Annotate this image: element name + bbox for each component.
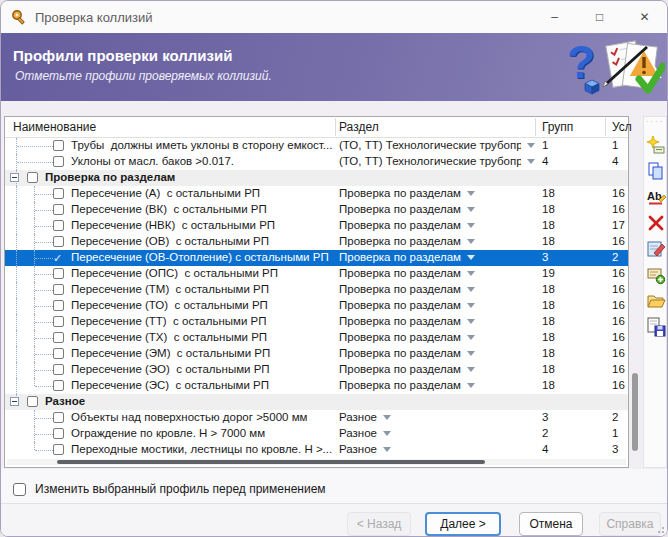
dropdown-arrow-icon[interactable] bbox=[467, 367, 475, 372]
profile-row[interactable]: Пересечение (ОПС) с остальными РППроверк… bbox=[5, 266, 628, 282]
next-button[interactable]: Далее > bbox=[425, 512, 501, 536]
column-header-groups[interactable]: Групп bbox=[542, 120, 573, 134]
help-button[interactable]: Справка bbox=[599, 512, 661, 536]
profile-row[interactable]: Ограждение по кровле. Н > 7000 ммРазное2… bbox=[5, 426, 628, 442]
save-profile-icon[interactable] bbox=[646, 317, 666, 337]
profile-row[interactable]: Пересечение (ТО) с остальными РППроверка… bbox=[5, 298, 628, 314]
section-cell[interactable]: Проверка по разделам bbox=[339, 219, 475, 231]
profile-row[interactable]: Пересечение (ТМ) с остальными РППроверка… bbox=[5, 282, 628, 298]
horizontal-scrollbar[interactable] bbox=[7, 459, 626, 465]
profile-checkbox[interactable] bbox=[53, 156, 64, 167]
section-cell[interactable]: Проверка по разделам bbox=[339, 235, 475, 247]
profile-checkbox[interactable] bbox=[53, 204, 64, 215]
apply-profile-icon[interactable] bbox=[646, 265, 666, 285]
profile-checkbox[interactable] bbox=[53, 316, 64, 327]
expander-minus-icon[interactable] bbox=[10, 397, 19, 406]
section-cell[interactable]: Проверка по разделам bbox=[339, 331, 475, 343]
section-cell[interactable]: Проверка по разделам bbox=[339, 363, 475, 375]
dropdown-arrow-icon[interactable] bbox=[467, 335, 475, 340]
profile-checkbox[interactable] bbox=[53, 188, 64, 199]
profile-checkbox[interactable] bbox=[53, 236, 64, 247]
profile-row[interactable]: Пересечение (А) с остальными РППроверка … bbox=[5, 186, 628, 202]
checkbox-box[interactable] bbox=[13, 483, 26, 496]
profile-checkbox[interactable] bbox=[53, 348, 64, 359]
dropdown-arrow-icon[interactable] bbox=[467, 287, 475, 292]
profile-row[interactable]: Пересечение (ЭО) с остальными РППроверка… bbox=[5, 362, 628, 378]
vertical-scrollbar[interactable] bbox=[631, 117, 639, 467]
section-cell[interactable]: Разное bbox=[339, 411, 391, 423]
column-header-section[interactable]: Раздел bbox=[339, 120, 379, 134]
profile-checkbox[interactable] bbox=[53, 300, 64, 311]
section-cell[interactable]: (ТО, ТТ) Технологические трубопро bbox=[339, 155, 535, 167]
profile-row[interactable]: Пересечение (ТТ) с остальными РППроверка… bbox=[5, 314, 628, 330]
profile-checkbox[interactable] bbox=[53, 444, 64, 455]
dropdown-arrow-icon[interactable] bbox=[467, 255, 475, 260]
edit-profile-icon[interactable] bbox=[646, 239, 666, 259]
column-header-name[interactable]: Наименование bbox=[13, 120, 96, 134]
profile-checkbox[interactable] bbox=[53, 364, 64, 375]
dropdown-arrow-icon[interactable] bbox=[467, 303, 475, 308]
profile-row[interactable]: Переходные мостики, лестницы по кровле. … bbox=[5, 442, 628, 458]
section-cell[interactable]: Проверка по разделам bbox=[339, 267, 475, 279]
dropdown-arrow-icon[interactable] bbox=[467, 351, 475, 356]
dropdown-arrow-icon[interactable] bbox=[527, 159, 535, 164]
profile-checkbox[interactable] bbox=[53, 284, 64, 295]
section-cell[interactable]: Проверка по разделам bbox=[339, 187, 475, 199]
copy-profile-icon[interactable] bbox=[646, 161, 666, 181]
profile-row[interactable]: Пересечение (ВК) с остальными РППроверка… bbox=[5, 202, 628, 218]
profile-row[interactable]: Пересечение (ТХ) с остальными РППроверка… bbox=[5, 330, 628, 346]
vertical-scrollbar-thumb[interactable] bbox=[632, 373, 638, 451]
profile-row[interactable]: Трубы должны иметь уклоны в сторону емко… bbox=[5, 138, 628, 154]
profile-checkbox[interactable] bbox=[53, 268, 64, 279]
profile-checkbox[interactable] bbox=[53, 220, 64, 231]
section-cell[interactable]: Разное bbox=[339, 427, 391, 439]
section-cell[interactable]: Разное bbox=[339, 443, 391, 455]
dropdown-arrow-icon[interactable] bbox=[467, 191, 475, 196]
column-divider[interactable] bbox=[605, 118, 606, 136]
column-header-conds[interactable]: Усл bbox=[612, 120, 632, 134]
profile-checkbox[interactable] bbox=[53, 428, 64, 439]
toolbar-grip[interactable]: ···· bbox=[644, 117, 666, 127]
group-checkbox[interactable] bbox=[27, 172, 38, 183]
dropdown-arrow-icon[interactable] bbox=[467, 239, 475, 244]
section-cell[interactable]: Проверка по разделам bbox=[339, 203, 475, 215]
group-row[interactable]: Проверка по разделам bbox=[5, 170, 628, 186]
dropdown-arrow-icon[interactable] bbox=[467, 223, 475, 228]
dropdown-arrow-icon[interactable] bbox=[467, 383, 475, 388]
dropdown-arrow-icon[interactable] bbox=[527, 143, 535, 148]
titlebar[interactable]: Проверка коллизий – □ ✕ bbox=[1, 1, 667, 33]
expander-minus-icon[interactable] bbox=[10, 173, 19, 182]
dropdown-arrow-icon[interactable] bbox=[383, 447, 391, 452]
section-cell[interactable]: Проверка по разделам bbox=[339, 315, 475, 327]
add-profile-icon[interactable] bbox=[646, 135, 666, 155]
modify-profile-checkbox[interactable]: Изменить выбранный профиль перед примене… bbox=[13, 482, 326, 496]
profile-checkbox[interactable] bbox=[53, 380, 64, 391]
section-cell[interactable]: Проверка по разделам bbox=[339, 283, 475, 295]
profile-row[interactable]: ✓Пересечение (ОВ-Отопление) с остальными… bbox=[5, 250, 628, 266]
profile-row[interactable]: Пересечение (ЭМ) с остальными РППроверка… bbox=[5, 346, 628, 362]
profile-row[interactable]: Объекты над поверхностью дорог >5000 ммР… bbox=[5, 410, 628, 426]
section-cell[interactable]: Проверка по разделам bbox=[339, 299, 475, 311]
profile-checkbox[interactable] bbox=[53, 332, 64, 343]
dropdown-arrow-icon[interactable] bbox=[467, 319, 475, 324]
open-profile-icon[interactable] bbox=[646, 291, 666, 311]
section-cell[interactable]: Проверка по разделам bbox=[339, 379, 475, 391]
profile-row[interactable]: Пересечение (ЭС) с остальными РППроверка… bbox=[5, 378, 628, 394]
back-button[interactable]: < Назад bbox=[347, 512, 411, 536]
dropdown-arrow-icon[interactable] bbox=[467, 207, 475, 212]
maximize-button[interactable]: □ bbox=[577, 1, 622, 33]
section-cell[interactable]: Проверка по разделам bbox=[339, 251, 475, 263]
column-divider[interactable] bbox=[335, 118, 336, 136]
profile-row[interactable]: Пересечение (НВК) с остальными РППроверк… bbox=[5, 218, 628, 234]
horizontal-scrollbar-thumb[interactable] bbox=[57, 460, 485, 464]
delete-profile-icon[interactable] bbox=[646, 213, 666, 233]
resize-grip[interactable] bbox=[656, 525, 664, 533]
rename-profile-icon[interactable]: Ab bbox=[646, 187, 666, 207]
profile-row[interactable]: Уклоны от масл. баков >0.017.(ТО, ТТ) Те… bbox=[5, 154, 628, 170]
profile-row[interactable]: Пересечение (ОВ) с остальными РППроверка… bbox=[5, 234, 628, 250]
minimize-button[interactable]: – bbox=[532, 1, 577, 33]
column-divider[interactable] bbox=[535, 118, 536, 136]
close-button[interactable]: ✕ bbox=[622, 1, 667, 33]
section-cell[interactable]: (ТО, ТТ) Технологические трубопро bbox=[339, 139, 535, 151]
profile-checkbox[interactable] bbox=[53, 140, 64, 151]
